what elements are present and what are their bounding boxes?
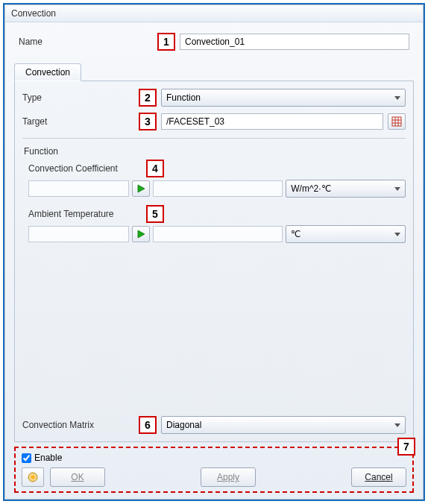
hint-icon [27, 471, 39, 483]
callout-1: 1 [157, 33, 175, 51]
tab-convection[interactable]: Convection [14, 63, 81, 81]
enable-checkbox[interactable] [22, 453, 31, 463]
type-label: Type [22, 92, 134, 103]
callout-6: 6 [139, 416, 157, 434]
help-button[interactable] [22, 467, 44, 487]
apply-label: Apply [217, 472, 239, 482]
window-title: Convection [5, 5, 423, 22]
callout-2: 2 [139, 89, 157, 107]
coeff-value-input[interactable] [153, 180, 283, 197]
coeff-unit-select[interactable]: W/m^2·℃ [286, 180, 406, 198]
svg-rect-0 [392, 117, 401, 126]
function-group-label: Function [24, 146, 406, 157]
coeff-function-button[interactable] [132, 180, 150, 197]
enable-label: Enable [34, 453, 62, 463]
coeff-label: Convection Coefficient [22, 163, 142, 174]
cancel-label: Cancel [365, 472, 392, 482]
type-select[interactable]: Function [161, 89, 406, 107]
ok-label: OK [71, 472, 84, 482]
play-icon [136, 184, 145, 193]
matrix-value: Diagonal [166, 420, 201, 430]
svg-point-8 [31, 476, 35, 479]
ambient-unit-value: ℃ [291, 229, 300, 239]
play-icon [136, 230, 145, 239]
ambient-function-button[interactable] [132, 226, 150, 242]
bottom-bar: 7 Enable OK Apply Cancel [14, 447, 414, 493]
svg-marker-6 [138, 230, 145, 238]
grid-icon [391, 116, 402, 127]
target-label: Target [22, 116, 134, 127]
target-picker-button[interactable] [388, 113, 406, 130]
name-input[interactable] [180, 34, 409, 50]
type-value: Function [166, 92, 201, 103]
name-label: Name [19, 37, 153, 47]
apply-button[interactable]: Apply [201, 467, 256, 487]
matrix-label: Convection Matrix [22, 420, 134, 430]
svg-marker-5 [138, 185, 145, 192]
ambient-label: Ambient Temperature [22, 209, 142, 219]
callout-3: 3 [139, 113, 157, 130]
coeff-input[interactable] [28, 180, 129, 197]
ok-button[interactable]: OK [50, 467, 105, 487]
target-input[interactable] [161, 113, 383, 130]
callout-5: 5 [146, 205, 164, 223]
callout-7: 7 [397, 438, 415, 456]
ambient-unit-select[interactable]: ℃ [286, 225, 406, 243]
cancel-button[interactable]: Cancel [351, 467, 406, 487]
callout-4: 4 [146, 160, 164, 177]
coeff-unit-value: W/m^2·℃ [291, 183, 330, 194]
ambient-value-input[interactable] [153, 226, 283, 242]
tab-panel: Type 2 Function Target 3 [14, 81, 414, 442]
tab-strip: Convection [14, 63, 414, 81]
ambient-input[interactable] [28, 226, 129, 242]
matrix-select[interactable]: Diagonal [161, 416, 406, 434]
dialog-convection: Convection Name 1 Convection Type 2 Func… [4, 4, 424, 500]
